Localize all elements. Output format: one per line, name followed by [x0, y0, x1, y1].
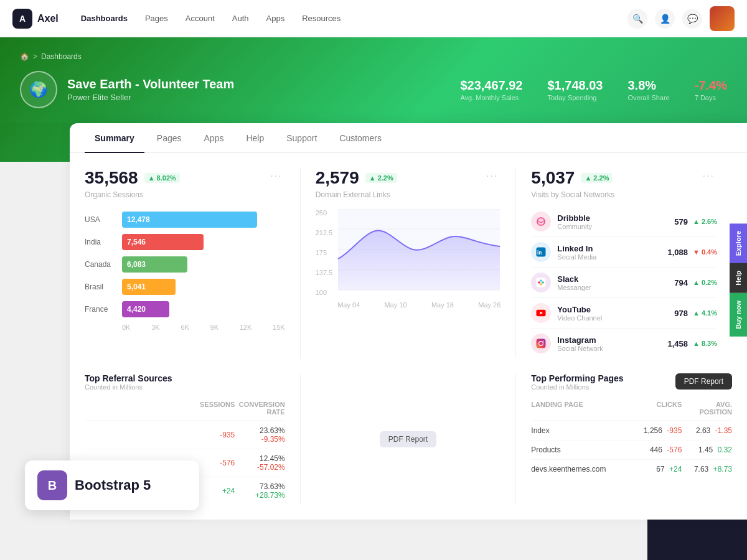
nav-dashboards[interactable]: Dashboards: [73, 9, 135, 28]
linkedin-icon: in: [531, 242, 551, 262]
pdf-report-button[interactable]: PDF Report: [380, 431, 436, 447]
user-avatar[interactable]: [710, 6, 735, 31]
line-chart: 250 212.5 175 137.5 100: [316, 209, 501, 309]
card1-more-button[interactable]: ···: [268, 168, 284, 184]
buy-now-button[interactable]: Buy now: [730, 293, 747, 337]
overall-share-value: 3.8%: [627, 78, 669, 93]
card2-metric: 2,579 ▲ 2.2%: [316, 168, 397, 188]
pages-title: Top Performing Pages: [531, 373, 623, 383]
nav-pages[interactable]: Pages: [138, 9, 176, 28]
pages-card: Top Performing Pages Counted in Millions…: [516, 373, 732, 505]
tab-customers[interactable]: Customers: [329, 123, 392, 153]
youtube-stats: 978 ▲ 4.1%: [674, 309, 717, 318]
pages-header: Top Performing Pages Counted in Millions…: [531, 373, 732, 391]
svg-rect-17: [537, 339, 546, 348]
youtube-count: 978: [674, 309, 688, 318]
nav-apps[interactable]: Apps: [259, 9, 293, 28]
social-networks-card: 5,037 ▲ 2.2% Visits by Social Networks ·…: [516, 168, 732, 358]
bar-fill-india: 7,546: [122, 234, 204, 250]
search-button[interactable]: 🔍: [627, 9, 647, 29]
organic-sessions-card: 35,568 ▲ 8.02% Organic Sessions ··· USA …: [85, 168, 301, 358]
hero-stat-overall-share: 3.8% Overall Share: [627, 78, 669, 101]
tab-apps[interactable]: Apps: [194, 123, 234, 153]
x-label-may04: May 04: [337, 301, 360, 309]
slack-count: 794: [674, 278, 688, 287]
bar-fill-france: 4,420: [122, 301, 169, 317]
bootstrap-icon: B: [37, 470, 67, 500]
messages-button[interactable]: 💬: [682, 9, 702, 29]
line-chart-svg: [337, 209, 500, 296]
page-2-position: 1.45 0.32: [682, 446, 732, 454]
page-3: devs.keenthemes.com: [531, 465, 631, 474]
bar-container-usa: 12,478: [122, 212, 285, 228]
axis-3k: 3K: [151, 324, 159, 331]
card3-badge: ▲ 2.2%: [581, 173, 613, 183]
svg-rect-11: [538, 282, 540, 284]
card1-value: 35,568: [85, 168, 138, 188]
nav-links: Dashboards Pages Account Auth Apps Resou…: [73, 9, 627, 28]
page-1-clicks: 1,256 -935: [632, 426, 682, 435]
card3-more-button[interactable]: ···: [700, 168, 717, 184]
nav-resources[interactable]: Resources: [294, 9, 348, 28]
social-linkedin: in Linked In Social Media 1,088 ▼ 0.4%: [531, 237, 717, 268]
linkedin-count: 1,088: [667, 248, 688, 257]
card3-label: Visits by Social Networks: [531, 190, 614, 199]
instagram-type: Social Network: [557, 345, 667, 352]
breadcrumb-current: Dashboards: [41, 52, 82, 61]
referral-subtitle: Counted in Millions: [85, 383, 172, 391]
slack-type: Messanger: [557, 284, 674, 291]
instagram-name: Instagram: [557, 335, 667, 345]
tab-help[interactable]: Help: [236, 123, 274, 153]
hero-section: 🏠 > Dashboards 🌍 Save Earth - Volunteer …: [0, 37, 747, 123]
youtube-name: YouTube: [557, 305, 674, 314]
bar-country-france: France: [85, 305, 116, 314]
tab-support[interactable]: Support: [276, 123, 327, 153]
page-3-clicks: 67 +24: [632, 465, 682, 474]
card2-more-button[interactable]: ···: [484, 168, 500, 184]
page-3-position: 7.63 +8.73: [682, 465, 732, 474]
instagram-icon: [531, 334, 551, 353]
card3-metric: 5,037 ▲ 2.2%: [531, 168, 614, 188]
pdf-report-dark-button[interactable]: PDF Report: [675, 373, 732, 390]
explore-button[interactable]: Explore: [730, 223, 747, 263]
hero-stat-days: -7.4% 7 Days: [695, 78, 727, 101]
brand[interactable]: A Axel: [12, 9, 59, 29]
linkedin-stats: 1,088 ▼ 0.4%: [667, 248, 717, 257]
tab-summary[interactable]: Summary: [85, 123, 144, 153]
bar-canada: Canada 6,083: [85, 256, 285, 273]
pages-row-3: devs.keenthemes.com 67 +24 7.63 +8.73: [531, 460, 732, 478]
linkedin-type: Social Media: [557, 253, 667, 261]
linkedin-change: ▼ 0.4%: [693, 248, 717, 256]
social-youtube: YouTube Video Channel 978 ▲ 4.1%: [531, 298, 717, 329]
card2-header: 2,579 ▲ 2.2% Domain External Links ···: [316, 168, 501, 199]
referral-sessions-1: -935: [185, 431, 235, 439]
th-landing: LANDING PAGE: [531, 401, 631, 416]
instagram-change: ▲ 8.3%: [693, 340, 717, 347]
linkedin-info: Linked In Social Media: [557, 244, 667, 261]
x-label-may10: May 10: [385, 301, 407, 309]
bar-country-india: India: [85, 238, 116, 246]
bar-country-brasil: Brasil: [85, 282, 116, 291]
tab-pages[interactable]: Pages: [147, 123, 192, 153]
pages-table-header: LANDING PAGE CLICKS AVG. POSITION: [531, 396, 732, 421]
y-label-100: 100: [316, 289, 333, 296]
notifications-button[interactable]: 👤: [655, 9, 675, 29]
pages-row-1: Index 1,256 -935 2.63 -1.35: [531, 421, 732, 441]
slack-stats: 794 ▲ 0.2%: [674, 278, 717, 287]
svg-text:in: in: [537, 250, 542, 256]
nav-account[interactable]: Account: [178, 9, 222, 28]
referral-row-1: -935 23.63% -9.35%: [85, 421, 285, 449]
nav-auth[interactable]: Auth: [225, 9, 256, 28]
instagram-stats: 1,458 ▲ 8.3%: [667, 339, 717, 348]
help-side-button[interactable]: Help: [730, 263, 747, 293]
card1-label: Organic Sessions: [85, 190, 180, 199]
side-buttons: Explore Help Buy now: [730, 223, 747, 337]
card2-badge: ▲ 2.2%: [365, 173, 397, 183]
hero-subtitle: Power Elite Seller: [67, 93, 460, 102]
youtube-change: ▲ 4.1%: [693, 309, 717, 317]
bar-france: France 4,420: [85, 301, 285, 317]
referral-title: Top Referral Sources: [85, 373, 172, 383]
monthly-sales-label: Avg. Monthly Sales: [460, 94, 522, 101]
y-label-175: 175: [316, 249, 333, 256]
navbar: A Axel Dashboards Pages Account Auth App…: [0, 0, 747, 37]
